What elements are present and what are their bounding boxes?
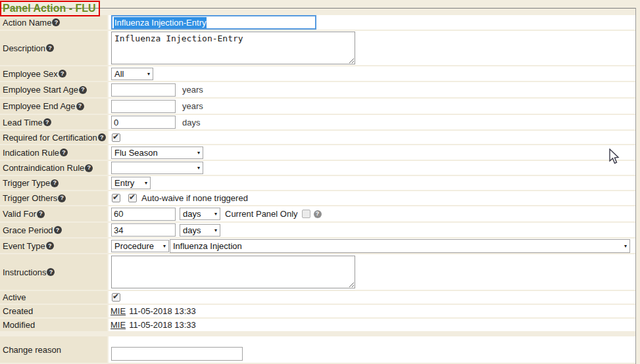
contraindication-rule-value-cell: ▾ — [109, 161, 635, 175]
help-icon[interactable]: ? — [58, 194, 66, 202]
trigger-others-value-cell: Auto-waive if none triggered — [109, 191, 635, 205]
current-panel-only-label: Current Panel Only — [225, 209, 298, 219]
valid-for-input[interactable] — [111, 208, 176, 221]
employee-sex-label-cell: Employee Sex ? — [0, 66, 107, 81]
valid-for-unit-select[interactable]: days ▾ — [180, 208, 220, 220]
indication-rule-select[interactable]: Flu Season ▾ — [111, 147, 203, 159]
action-name-value-cell: Influenza Injection-Entry — [109, 15, 635, 30]
contraindication-rule-label-cell: Contraindication Rule ? — [0, 161, 107, 175]
change-reason-label-cell: Change reason — [0, 336, 107, 363]
employee-end-age-unit: years — [182, 101, 203, 111]
trigger-others-checkbox[interactable] — [112, 194, 120, 202]
employee-sex-selected: All — [114, 69, 124, 79]
help-icon[interactable]: ? — [46, 242, 54, 250]
help-icon[interactable]: ? — [43, 118, 51, 126]
chevron-down-icon: ▾ — [624, 243, 627, 249]
event-type-select[interactable]: Procedure ▾ — [111, 240, 169, 252]
description-value-cell: Influenza Injection-Entry — [109, 31, 635, 65]
modified-value-cell: MIE 11-05-2018 13:33 — [109, 319, 635, 331]
trigger-others-label-cell: Trigger Others ? — [0, 191, 107, 205]
description-textarea[interactable]: Influenza Injection-Entry — [111, 32, 355, 64]
event-select[interactable]: Influenza Injection ▾ — [170, 239, 630, 253]
auto-waive-checkbox[interactable] — [128, 194, 137, 202]
instructions-textarea[interactable] — [111, 256, 355, 288]
grace-period-unit-selected: days — [183, 225, 201, 235]
indication-rule-selected: Flu Season — [114, 148, 158, 158]
help-icon[interactable]: ? — [52, 18, 60, 26]
help-icon[interactable]: ? — [46, 44, 54, 52]
event-type-value-cell: Procedure ▾ Influenza Injection ▾ — [109, 239, 635, 253]
employee-start-age-label-cell: Employee Start Age ? — [0, 82, 107, 97]
row-spacer — [0, 332, 635, 335]
event-type-label-cell: Event Type ? — [0, 239, 107, 253]
active-label: Active — [3, 292, 26, 302]
action-name-input[interactable]: Influenza Injection-Entry — [111, 15, 316, 30]
help-icon[interactable]: ? — [60, 148, 68, 156]
trigger-type-selected: Entry — [114, 178, 134, 188]
modified-user-link[interactable]: MIE — [111, 320, 126, 330]
instructions-value-cell — [109, 254, 635, 290]
change-reason-input[interactable] — [111, 347, 243, 361]
change-reason-label: Change reason — [3, 345, 61, 355]
action-name-label: Action Name — [3, 18, 51, 28]
event-type-selected: Procedure — [114, 241, 154, 251]
help-icon[interactable]: ? — [47, 268, 55, 276]
employee-sex-value-cell: All ▾ — [109, 66, 635, 81]
description-label: Description — [3, 43, 45, 53]
employee-end-age-input[interactable] — [111, 100, 176, 113]
created-timestamp: 11-05-2018 13:33 — [129, 306, 196, 316]
help-icon[interactable]: ? — [54, 226, 62, 234]
required-cert-value-cell — [109, 131, 635, 144]
chevron-down-icon: ▾ — [197, 165, 200, 171]
employee-start-age-unit: years — [182, 85, 203, 95]
created-label-cell: Created — [0, 305, 107, 317]
lead-time-unit: days — [182, 118, 200, 127]
employee-sex-label: Employee Sex — [3, 69, 58, 79]
contraindication-rule-select[interactable]: ▾ — [111, 162, 203, 174]
action-name-selected-text: Influenza Injection-Entry — [114, 17, 207, 28]
employee-start-age-value-cell: years — [109, 82, 635, 97]
valid-for-unit-selected: days — [183, 209, 201, 219]
grace-period-label-cell: Grace Period ? — [0, 223, 107, 237]
help-icon[interactable]: ? — [98, 133, 106, 141]
valid-for-value-cell: days ▾ Current Panel Only ? — [109, 206, 635, 221]
help-icon[interactable]: ? — [79, 86, 87, 94]
indication-rule-value-cell: Flu Season ▾ — [109, 145, 635, 160]
created-value-cell: MIE 11-05-2018 13:33 — [109, 305, 635, 317]
page-title: Panel Action - FLU — [0, 1, 100, 16]
employee-sex-select[interactable]: All ▾ — [111, 68, 153, 80]
lead-time-input[interactable] — [111, 116, 176, 129]
required-cert-label: Required for Certification — [3, 133, 97, 143]
modified-label-cell: Modified — [0, 319, 107, 331]
help-icon[interactable]: ? — [76, 102, 84, 110]
required-cert-checkbox[interactable] — [112, 133, 120, 142]
employee-start-age-input[interactable] — [111, 83, 176, 97]
grace-period-value-cell: days ▾ — [109, 223, 635, 237]
trigger-type-select[interactable]: Entry ▾ — [111, 177, 151, 189]
auto-waive-label: Auto-waive if none triggered — [141, 193, 248, 203]
help-icon[interactable]: ? — [314, 210, 322, 218]
help-icon[interactable]: ? — [59, 70, 66, 78]
active-checkbox[interactable] — [112, 293, 120, 302]
valid-for-label-cell: Valid For ? — [0, 206, 107, 221]
help-icon[interactable]: ? — [51, 179, 59, 187]
grace-period-input[interactable] — [111, 223, 176, 237]
grace-period-unit-select[interactable]: days ▾ — [180, 224, 220, 237]
chevron-down-icon: ▾ — [147, 71, 150, 77]
trigger-type-label-cell: Trigger Type ? — [0, 176, 107, 190]
created-label: Created — [3, 306, 33, 316]
active-label-cell: Active — [0, 291, 107, 304]
contraindication-rule-label: Contraindication Rule — [3, 163, 84, 173]
employee-end-age-value-cell: years — [109, 99, 635, 114]
created-user-link[interactable]: MIE — [111, 306, 126, 316]
chevron-down-icon: ▾ — [214, 227, 217, 233]
active-value-cell — [109, 291, 635, 304]
action-name-label-cell: Action Name ? — [0, 15, 107, 30]
employee-start-age-label: Employee Start Age — [3, 85, 78, 95]
current-panel-only-checkbox[interactable] — [302, 210, 310, 218]
help-icon[interactable]: ? — [85, 164, 93, 172]
chevron-down-icon: ▾ — [197, 150, 200, 156]
description-label-cell: Description ? — [0, 31, 107, 65]
chevron-down-icon: ▾ — [214, 211, 217, 217]
help-icon[interactable]: ? — [37, 210, 45, 218]
